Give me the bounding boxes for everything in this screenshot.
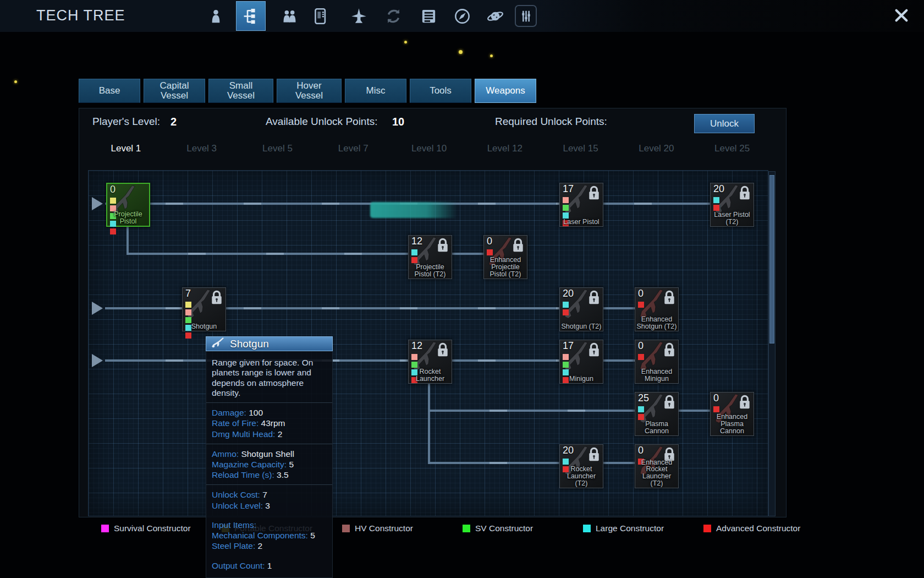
constructor-swatch-advanced	[638, 354, 644, 360]
close-button[interactable]	[891, 6, 912, 27]
tech-node-minigun[interactable]: 17Minigun	[559, 340, 603, 384]
tree-scrollbar[interactable]	[768, 171, 776, 516]
planet-icon[interactable]	[484, 5, 506, 27]
node-label: Shotgun	[183, 323, 226, 330]
node-label: Enhanced Projectile Pistol (T2)	[484, 257, 527, 278]
level-tab-level-1[interactable]: Level 1	[88, 139, 164, 158]
topbar: TECH TREE	[0, 0, 924, 32]
constructor-strip	[487, 249, 493, 255]
level-tab-level-5[interactable]: Level 5	[240, 139, 316, 158]
constructor-strip	[185, 302, 191, 339]
stat-value: 7	[260, 490, 267, 499]
required-points-label: Required Unlock Points:	[495, 116, 607, 128]
tech-node-laser-pistol[interactable]: 17Laser Pistol	[559, 183, 603, 227]
unlock-cost-badge: 12	[411, 236, 422, 247]
level-tab-level-7[interactable]: Level 7	[315, 139, 391, 158]
tree-canvas: 0Projectile Pistol17Laser Pistol20Laser …	[88, 170, 768, 516]
lock-icon	[210, 290, 223, 305]
refresh-icon[interactable]	[382, 5, 404, 27]
level-tab-level-3[interactable]: Level 3	[164, 139, 240, 158]
unlock-button[interactable]: Unlock	[694, 114, 755, 133]
legend-item-sv: SV Constructor	[463, 523, 533, 534]
tech-node-plasma-cannon[interactable]: 25Plasma Cannon	[635, 392, 679, 436]
node-label: Enhanced Plasma Cannon	[711, 413, 754, 435]
level-tab-level-15[interactable]: Level 15	[543, 139, 619, 158]
unlock-cost-badge: 0	[487, 236, 492, 247]
constructor-swatch-survival	[563, 197, 569, 203]
tech-node-enhanced-rocket-launcher-t2[interactable]: 0Enhanced Rocket Launcher (T2)	[635, 444, 679, 488]
node-label: Projectile Pistol (T2)	[409, 264, 452, 278]
node-label: Shotgun (T2)	[560, 323, 603, 330]
level-tab-level-25[interactable]: Level 25	[694, 139, 770, 158]
level-tab-level-12[interactable]: Level 12	[467, 139, 543, 158]
tooltip-stat-line: Damage: 100	[212, 407, 327, 418]
tab-small-vessel[interactable]: Small Vessel	[208, 79, 273, 103]
tech-tree-icon[interactable]	[236, 1, 266, 31]
star-dot	[404, 41, 407, 43]
unlock-cost-badge: 25	[638, 392, 649, 404]
tab-capital-vessel[interactable]: Capital Vessel	[144, 79, 205, 103]
constructor-swatch-large	[563, 302, 569, 308]
unlock-cost-badge: 0	[110, 184, 116, 195]
tooltip-section: Unlock Cost: 7Unlock Level: 3	[206, 484, 332, 515]
legend-label: HV Constructor	[355, 524, 413, 533]
level-tab-level-20[interactable]: Level 20	[618, 139, 694, 158]
level-tab-level-10[interactable]: Level 10	[391, 139, 467, 158]
star-dot	[14, 80, 17, 83]
tech-node-shotgun[interactable]: 7Shotgun	[182, 287, 226, 331]
constructor-swatch-advanced	[487, 249, 493, 255]
tooltip-stat-line: Rate of Fire: 43rpm	[212, 418, 327, 428]
sv-color-swatch	[463, 525, 470, 532]
large-color-swatch	[583, 525, 591, 532]
faction-icon[interactable]	[278, 5, 300, 27]
node-label: Minigun	[560, 375, 603, 383]
stat-label: Ammo:	[212, 449, 239, 459]
ship-icon[interactable]	[348, 5, 370, 27]
page-title: TECH TREE	[36, 7, 125, 24]
connector-line	[429, 462, 636, 464]
stats-icon[interactable]	[417, 5, 439, 27]
tab-misc[interactable]: Misc	[345, 79, 406, 103]
pda-icon[interactable]	[309, 5, 331, 27]
survival-color-swatch	[101, 525, 109, 532]
compass-icon[interactable]	[451, 5, 473, 27]
legend-item-hv: HV Constructor	[342, 523, 413, 534]
legend-item-large: Large Constructor	[583, 523, 664, 534]
lock-icon	[587, 185, 601, 200]
stat-label: Unlock Cost:	[212, 490, 260, 499]
tech-node-shotgun-t2[interactable]: 20Shotgun (T2)	[559, 287, 603, 331]
tech-node-enhanced-minigun[interactable]: 0Enhanced Minigun	[635, 340, 679, 384]
constructor-strip	[638, 406, 644, 420]
tech-node-rocket-launcher[interactable]: 12Rocket Launcher	[408, 340, 452, 384]
constructor-swatch-sv	[185, 317, 191, 323]
stat-label: Magazine Capacity:	[212, 460, 287, 469]
constructor-strip	[563, 302, 569, 315]
tech-node-laser-pistol-t2[interactable]: 20Laser Pistol (T2)	[710, 183, 754, 227]
tech-node-enhanced-plasma-cannon[interactable]: 0Enhanced Plasma Cannon	[710, 392, 754, 436]
row-arrow-icon	[92, 302, 103, 315]
unlock-cost-badge: 0	[638, 288, 644, 299]
tech-node-enhanced-shotgun-t2[interactable]: 0Enhanced Shotgun (T2)	[635, 287, 679, 331]
unlock-cost-badge: 20	[713, 183, 724, 195]
tech-node-enhanced-projectile-pistol-t2[interactable]: 0Enhanced Projectile Pistol (T2)	[483, 235, 527, 279]
tab-weapons[interactable]: Weapons	[475, 79, 536, 103]
tech-node-projectile-pistol-t2[interactable]: 12Projectile Pistol (T2)	[408, 235, 452, 279]
scrollbar-thumb[interactable]	[769, 175, 774, 343]
tooltip-stat-line: Magazine Capacity: 5	[212, 459, 327, 470]
stat-label: Mechanical Components:	[212, 531, 308, 540]
tab-tools[interactable]: Tools	[410, 79, 471, 103]
constructor-swatch-advanced	[713, 205, 719, 211]
settings-icon[interactable]	[515, 5, 537, 27]
tech-node-projectile-pistol[interactable]: 0Projectile Pistol	[106, 183, 150, 227]
hv-color-swatch	[342, 525, 350, 532]
tech-node-rocket-launcher-t2[interactable]: 20Rocket Launcher (T2)	[559, 444, 603, 488]
tab-hover-vessel[interactable]: Hover Vessel	[277, 79, 342, 103]
stat-label: Dmg Multi Head:	[212, 429, 275, 439]
player-icon[interactable]	[205, 5, 227, 27]
stat-value: 2	[275, 429, 282, 439]
item-tooltip: Shotgun Range given for space. On planet…	[206, 336, 333, 578]
stat-value: 5	[308, 531, 315, 540]
advanced-color-swatch	[703, 525, 711, 532]
unlock-cost-badge: 20	[563, 288, 574, 299]
tab-base[interactable]: Base	[79, 79, 140, 103]
